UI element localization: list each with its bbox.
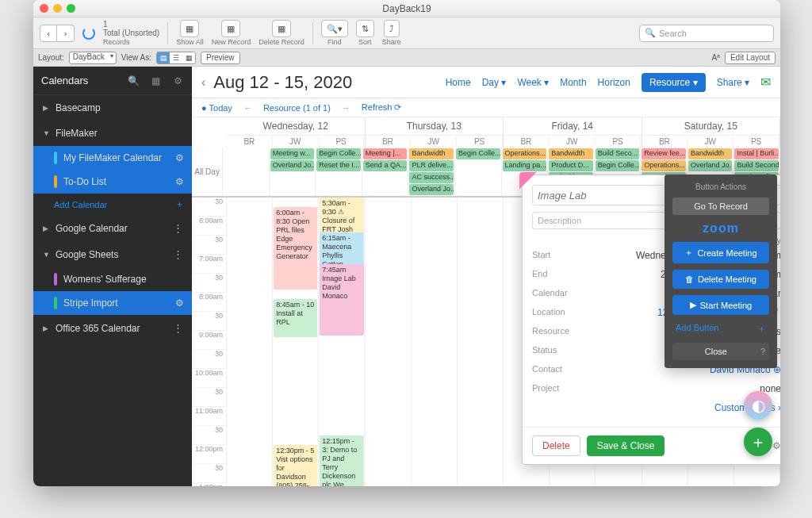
spinner-icon [82, 27, 95, 40]
view-segmented[interactable]: ▤☰▦ [156, 52, 196, 64]
allday-event[interactable]: PLR delive... [409, 160, 454, 171]
delete-event-button[interactable]: Delete [532, 436, 580, 456]
allday-event[interactable]: Review fee... [642, 148, 686, 159]
allday-event[interactable]: Landing pa... [503, 160, 547, 171]
find-button[interactable]: 🔍▾ [321, 20, 348, 37]
allday-event[interactable]: Send a QA... [363, 160, 408, 171]
start-meeting-button[interactable]: ▶Start Meeting [672, 295, 769, 315]
subnav-next[interactable]: → [342, 103, 350, 113]
allday-event[interactable]: Bandwidth [549, 148, 593, 159]
source-google-calendar[interactable]: ▶Google Calendar⋮ [33, 215, 192, 241]
allday-event[interactable]: Build Second... [734, 160, 779, 171]
add-button-link[interactable]: Add Button＋ [672, 321, 769, 336]
calendar-event[interactable]: 12:15pm - 3: Demo to PJ and Terry Dicken… [320, 436, 363, 486]
nav-share[interactable]: Share ▾ [717, 77, 749, 88]
fab-add-button[interactable]: ＋ [744, 428, 772, 456]
allday-event[interactable]: Build Seco... [596, 148, 640, 159]
grid-column[interactable] [227, 198, 273, 486]
grid-column[interactable]: 6:00am - 8:30 Open PRL files Edge Emerge… [273, 198, 319, 486]
fab-chart-icon[interactable]: ◐ [744, 391, 772, 420]
calendar-item[interactable]: Stripe Import⚙ [33, 291, 192, 315]
allday-event[interactable]: Meeting w... [270, 148, 315, 159]
allday-event[interactable]: Bandwidth [409, 148, 454, 159]
calendar-item[interactable]: To-Do List⚙ [33, 170, 192, 194]
nav-day[interactable]: Day ▾ [482, 77, 507, 88]
preview-button[interactable]: Preview [201, 52, 240, 64]
nav-horizon[interactable]: Horizon [598, 77, 630, 88]
allday-event[interactable]: AC success... [409, 172, 454, 183]
allday-cell[interactable]: Meeting w...Overland Jo... [270, 148, 316, 196]
hour-label: 30 [192, 236, 226, 255]
calendar-event[interactable]: 6:00am - 8:30 Open PRL files Edge Emerge… [274, 207, 317, 290]
refresh-button[interactable]: Refresh ⟳ [362, 102, 402, 113]
allday-event[interactable]: Begin Colle... [456, 148, 500, 159]
share-button[interactable]: ⤴ [384, 20, 400, 37]
calendar-item[interactable]: Womens' Sufferage [33, 267, 192, 291]
nav-week[interactable]: Week ▾ [517, 77, 549, 88]
layout-select[interactable]: DayBack [69, 52, 117, 64]
sidebar-gear-icon[interactable]: ⚙ [171, 75, 184, 86]
text-size-button[interactable]: Aª [712, 53, 720, 62]
search-input[interactable]: 🔍Search [639, 25, 774, 42]
hour-label: 30 [192, 388, 226, 407]
save-close-button[interactable]: Save & Close [587, 436, 665, 456]
goto-record-button[interactable]: Go To Record [672, 198, 769, 215]
calendar-event[interactable]: 8:45am - 10 Install at RPL [274, 299, 317, 337]
hour-label: 9:00am [192, 331, 226, 350]
grid-column[interactable]: 5:30am - 9:30 ⚠ Closure of FRT Josh Davi… [319, 198, 365, 486]
close-actions-button[interactable]: Close ? [672, 343, 769, 360]
allday-event[interactable]: Meeting |... [363, 148, 408, 159]
delete-meeting-button[interactable]: 🗑Delete Meeting [672, 270, 769, 289]
nav-resource[interactable]: Resource ▾ [642, 73, 706, 92]
allday-event[interactable]: Begin Colle... [316, 148, 361, 159]
sort-button[interactable]: ⇅ [356, 20, 374, 37]
today-button[interactable]: ● Today [201, 103, 232, 113]
add-calendar-link[interactable]: Add Calendar＋ [33, 194, 192, 215]
subnav-prev[interactable]: ← [243, 103, 252, 113]
allday-cell[interactable]: Begin Colle... [455, 148, 502, 196]
edit-layout-button[interactable]: Edit Layout [725, 52, 776, 64]
allday-event[interactable]: Operations... [503, 148, 547, 159]
allday-cell[interactable]: Begin Colle...Reset the I... [316, 148, 362, 196]
source-basecamp[interactable]: ▶Basecamp [33, 95, 192, 121]
allday-event[interactable]: Instal | Burli... [734, 148, 779, 159]
next-record-button[interactable]: › [57, 25, 75, 42]
grid-column[interactable] [366, 198, 412, 486]
popover-gear-icon[interactable]: ⚙ [772, 440, 780, 451]
grid-column[interactable] [412, 198, 458, 486]
new-record-button[interactable]: ▦ [221, 20, 240, 37]
allday-event[interactable]: Bandwidth [688, 148, 733, 159]
show-all-button[interactable]: ▦ [180, 20, 199, 37]
viewas-label: View As: [121, 53, 151, 62]
nav-month[interactable]: Month [560, 77, 586, 88]
sidebar-search-icon[interactable]: 🔍 [127, 75, 140, 86]
calendar-item[interactable]: My FileMaker Calendar⚙ [33, 146, 192, 170]
hour-label: 30 [192, 312, 226, 331]
allday-event[interactable]: Begin Colle... [596, 160, 640, 171]
grid-column[interactable] [458, 198, 504, 486]
source-office-365-calendar[interactable]: ▶Office 365 Calendar⋮ [33, 315, 192, 341]
source-google-sheets[interactable]: ▼Google Sheets⋮ [33, 241, 192, 267]
nav-home[interactable]: Home [446, 77, 471, 88]
calendar-event[interactable]: 7:45am Image Lab David Monaco [320, 264, 363, 336]
calendar-event[interactable]: 12:30pm - 5 Vist options for Davidson (8… [274, 445, 317, 486]
sidebar-calendar-icon[interactable]: ▦ [149, 75, 162, 86]
prev-week-button[interactable]: ‹ [201, 75, 205, 90]
allday-event[interactable]: Overland Jo... [409, 184, 454, 195]
prev-record-button[interactable]: ‹ [40, 25, 57, 42]
allday-event[interactable]: Reset the I... [316, 160, 361, 171]
allday-cell[interactable]: BandwidthPLR delive...AC success...Overl… [408, 148, 455, 196]
allday-event[interactable]: Overland Jo... [688, 160, 733, 171]
allday-cell[interactable] [223, 148, 270, 196]
allday-event[interactable]: Overland Jo... [270, 160, 315, 171]
hour-label: 30 [192, 198, 226, 217]
create-meeting-button[interactable]: ＋Create Meeting [672, 242, 769, 263]
delete-record-button[interactable]: ▦ [272, 20, 291, 37]
allday-event[interactable]: Product D... [549, 160, 593, 171]
mail-icon[interactable]: ✉ [760, 75, 771, 90]
layout-bar: Layout: DayBack View As: ▤☰▦ Preview Aª … [33, 49, 780, 67]
source-filemaker[interactable]: ▼FileMaker [33, 121, 192, 146]
resource-filter[interactable]: Resource (1 of 1) [263, 103, 331, 113]
allday-cell[interactable]: Meeting |...Send a QA... [362, 148, 409, 196]
allday-event[interactable]: Operations... [642, 160, 686, 171]
